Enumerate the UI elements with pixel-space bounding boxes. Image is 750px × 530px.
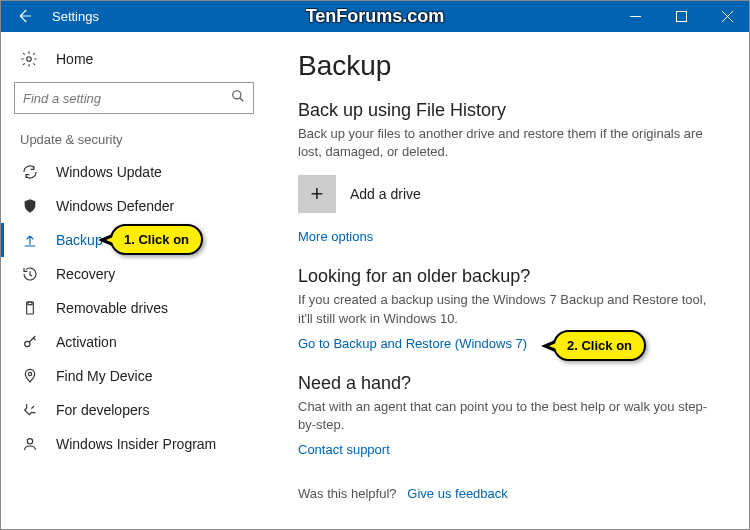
svg-point-5 — [25, 341, 30, 346]
close-button[interactable] — [704, 0, 750, 32]
svg-point-6 — [28, 372, 31, 375]
tools-icon — [20, 402, 40, 418]
older-backup-heading: Looking for an older backup? — [298, 266, 720, 287]
give-feedback-link[interactable]: Give us feedback — [407, 486, 507, 501]
main-panel: Backup Back up using File History Back u… — [268, 32, 750, 530]
callout-one-text: 1. Click on — [124, 232, 189, 247]
person-icon — [20, 436, 40, 452]
file-history-heading: Back up using File History — [298, 100, 720, 121]
more-options-link[interactable]: More options — [298, 229, 373, 244]
plus-icon: + — [311, 181, 324, 207]
need-hand-heading: Need a hand? — [298, 373, 720, 394]
feedback-row: Was this helpful? Give us feedback — [298, 486, 720, 501]
home-label: Home — [56, 51, 93, 67]
location-icon — [20, 368, 40, 384]
maximize-button[interactable] — [658, 0, 704, 32]
window-controls — [612, 0, 750, 32]
sidebar-item-label: Find My Device — [56, 368, 152, 384]
need-hand-desc: Chat with an agent that can point you to… — [298, 398, 720, 434]
sidebar-item-activation[interactable]: Activation — [0, 325, 268, 359]
search-box[interactable] — [14, 82, 254, 114]
sidebar-item-insider-program[interactable]: Windows Insider Program — [0, 427, 268, 461]
svg-point-2 — [233, 91, 241, 99]
file-history-desc: Back up your files to another drive and … — [298, 125, 720, 161]
sidebar-item-label: Windows Update — [56, 164, 162, 180]
usb-icon — [20, 300, 40, 316]
callout-two-text: 2. Click on — [567, 338, 632, 353]
older-backup-desc: If you created a backup using the Window… — [298, 291, 720, 327]
arrow-left-icon — [15, 7, 33, 25]
minimize-button[interactable] — [612, 0, 658, 32]
page-title: Backup — [298, 50, 720, 82]
sidebar-item-label: Recovery — [56, 266, 115, 282]
home-button[interactable]: Home — [0, 46, 268, 82]
titlebar: Settings TenForums.com — [0, 0, 750, 32]
svg-point-7 — [27, 439, 32, 444]
sidebar: Home Update & security Windows Update Wi… — [0, 32, 268, 530]
svg-point-1 — [27, 57, 32, 62]
sidebar-item-label: Activation — [56, 334, 117, 350]
add-drive-button[interactable]: + — [298, 175, 336, 213]
sidebar-item-windows-defender[interactable]: Windows Defender — [0, 189, 268, 223]
refresh-icon — [20, 164, 40, 180]
sidebar-item-label: For developers — [56, 402, 149, 418]
sidebar-category: Update & security — [0, 132, 268, 155]
shield-icon — [20, 198, 40, 214]
back-button[interactable] — [0, 0, 48, 32]
callout-two: 2. Click on — [553, 330, 646, 361]
search-input[interactable] — [23, 91, 231, 106]
sidebar-item-windows-update[interactable]: Windows Update — [0, 155, 268, 189]
sidebar-item-find-my-device[interactable]: Find My Device — [0, 359, 268, 393]
svg-rect-4 — [28, 302, 32, 305]
sidebar-item-label: Windows Defender — [56, 198, 174, 214]
watermark-text: TenForums.com — [306, 6, 445, 27]
search-icon — [231, 89, 245, 107]
callout-one: 1. Click on — [110, 224, 203, 255]
upload-icon — [20, 232, 40, 248]
history-icon — [20, 266, 40, 282]
contact-support-link[interactable]: Contact support — [298, 442, 390, 457]
goto-backup-restore-link[interactable]: Go to Backup and Restore (Windows 7) — [298, 336, 527, 351]
sidebar-item-recovery[interactable]: Recovery — [0, 257, 268, 291]
gear-icon — [20, 50, 40, 68]
svg-rect-0 — [676, 11, 686, 21]
window-title: Settings — [48, 9, 99, 24]
key-icon — [20, 334, 40, 350]
sidebar-item-for-developers[interactable]: For developers — [0, 393, 268, 427]
sidebar-item-label: Windows Insider Program — [56, 436, 216, 452]
helpful-question: Was this helpful? — [298, 486, 397, 501]
sidebar-item-removable-drives[interactable]: Removable drives — [0, 291, 268, 325]
add-drive-label: Add a drive — [350, 186, 421, 202]
sidebar-item-label: Removable drives — [56, 300, 168, 316]
